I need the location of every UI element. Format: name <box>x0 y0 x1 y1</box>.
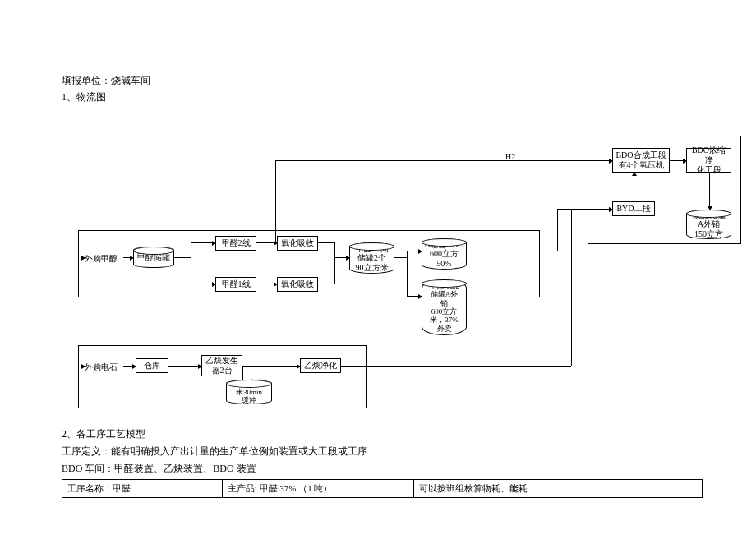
arrow-to-wh <box>123 366 136 367</box>
line-tank-split <box>174 257 191 258</box>
arrow-to-atank <box>407 296 422 297</box>
c2h2-pure-node: 乙炔净化 <box>300 358 341 373</box>
line-pure-out <box>341 366 571 367</box>
warehouse-text: 仓库 <box>144 361 160 371</box>
line-btank-out <box>467 251 557 251</box>
b-tank-text: B罐去BDO600立方50% <box>425 240 464 269</box>
arrow-meth-tank <box>123 257 133 258</box>
c2h2-gen-node: 乙炔发生器2台 <box>201 355 242 376</box>
c2h2-gen-text: 乙炔发生器2台 <box>205 356 238 376</box>
jq-line2-text: 甲醛2线 <box>222 238 251 248</box>
footer: 2、各工序工艺模型 工序定义：能有明确投入产出计量的生产单位例如装置或大工段或工… <box>62 427 703 498</box>
warehouse-node: 仓库 <box>136 358 168 373</box>
oxi1-node: 氧化吸收 <box>277 236 318 251</box>
arrow-to-midtank <box>334 257 349 258</box>
line-mid-split <box>394 257 407 258</box>
arrow-wh-gen <box>168 366 201 367</box>
arrow-conc-prod <box>709 173 710 210</box>
byd-node: BYD工段 <box>612 201 655 216</box>
table-c2: 主产品: 甲醛 37% （1 吨） <box>222 480 414 498</box>
bdo-synth-node: BDO合成工段有4个氢压机 <box>612 148 670 173</box>
footer-table: 工序名称：甲醛 主产品: 甲醛 37% （1 吨） 可以按班组核算物耗、能耗 <box>62 479 703 498</box>
methanol-tank-node: 甲醇储罐 <box>133 247 174 268</box>
prod-tank-node: 成品储罐A外销150立方 <box>686 210 731 239</box>
h2-line-1 <box>275 160 579 161</box>
bdo-conc-node: BDO浓缩净化工段 <box>686 148 731 173</box>
arrow-l2-oxi <box>256 242 277 243</box>
arrow-to-btank <box>407 251 422 251</box>
b-tank-node: B罐去BDO600立方50% <box>422 238 467 270</box>
jq-line2-node: 甲醛2线 <box>215 236 256 251</box>
buffer-text: 1000立方米30min缓冲 <box>234 379 264 404</box>
def-line: 工序定义：能有明确投入产出计量的生产单位例如装置或大工段或工序 <box>62 445 703 459</box>
oxi2-node: 氧化吸收 <box>277 277 318 292</box>
line-split-v <box>191 242 191 284</box>
bdo-synth-text: BDO合成工段有4个氢压机 <box>615 150 666 170</box>
section1-title: 1、物流图 <box>62 90 150 104</box>
c2h2-pure-text: 乙炔净化 <box>304 361 337 371</box>
header: 填报单位：烧碱车间 1、物流图 <box>62 74 150 107</box>
line-oxi-merge1 <box>318 242 334 243</box>
bdo-line: BDO 车间：甲醛装置、乙炔装置、BDO 装置 <box>62 462 703 476</box>
jq-line1-node: 甲醛1线 <box>215 277 256 292</box>
unit-line: 填报单位：烧碱车间 <box>62 74 150 88</box>
ext-methanol-arrow-in <box>81 257 85 258</box>
ext-calcium-arrow-in <box>81 366 85 367</box>
arrow-to-line2 <box>191 242 215 243</box>
a-tank-text: 甲醛成品储罐A外销600立方米，37%外卖 <box>430 282 459 333</box>
bdo-conc-text: BDO浓缩净化工段 <box>689 145 729 175</box>
oxi2-text: 氧化吸收 <box>281 279 314 289</box>
line-btank-up <box>557 209 558 251</box>
arrow-l1-oxi <box>256 284 277 284</box>
jq-line1-text: 甲醛1线 <box>222 279 251 289</box>
arrow-synth-conc <box>670 160 686 161</box>
line-gen-out <box>242 366 259 367</box>
mid-tank-node: 甲醛中间储罐2个90立方米 <box>349 242 394 274</box>
oxi1-text: 氧化吸收 <box>281 238 314 248</box>
buffer-node: 1000立方米30min缓冲 <box>226 380 272 404</box>
arrow-to-line1 <box>191 284 215 284</box>
byd-text: BYD工段 <box>616 204 650 214</box>
line-merge-v <box>334 242 335 284</box>
line-mid-split-v <box>407 251 408 296</box>
h2-label: H2 <box>505 152 515 161</box>
prod-tank-text: 成品储罐A外销150立方 <box>693 210 726 239</box>
table-c1: 工序名称：甲醛 <box>62 480 223 498</box>
ext-methanol-label: 外购甲醇 <box>85 253 118 265</box>
table-c3: 可以按班组核算物耗、能耗 <box>414 480 703 498</box>
ext-calcium-label: 外购电石 <box>85 362 118 373</box>
flow-diagram: H2 BDO合成工段有4个氢压机 BDO浓缩净化工段 BYD工段 成品储罐A外销… <box>62 123 719 411</box>
a-tank-node: 甲醛成品储罐A外销600立方米，37%外卖 <box>422 279 467 335</box>
section2-title: 2、各工序工艺模型 <box>62 427 703 441</box>
arrow-pure-byd <box>571 209 612 210</box>
line-oxi-merge2 <box>318 284 334 284</box>
methanol-tank-text: 甲醇储罐 <box>137 252 170 262</box>
arrow-to-pure <box>259 366 300 367</box>
line-pure-up <box>571 209 572 366</box>
arrow-byd-synth <box>634 173 634 201</box>
mid-tank-text: 甲醛中间储罐2个90立方米 <box>356 244 389 273</box>
